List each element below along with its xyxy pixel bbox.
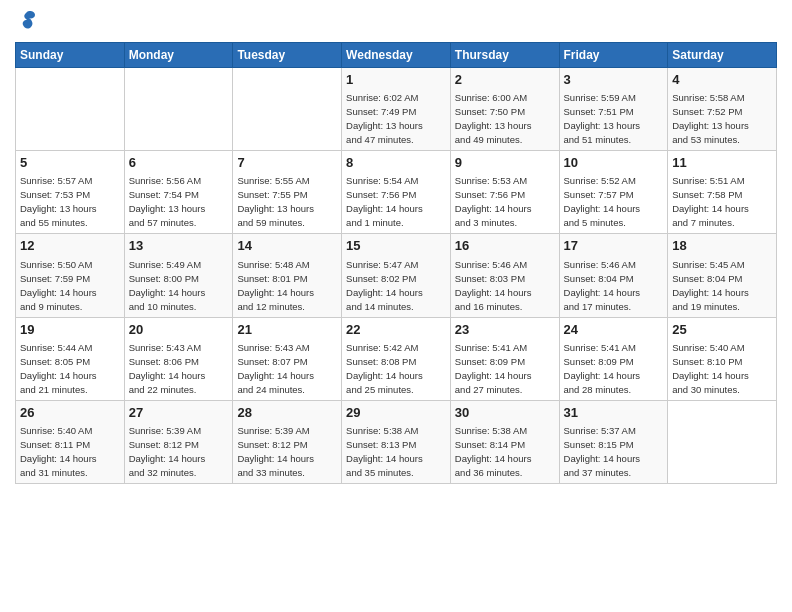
day-number: 16	[455, 237, 555, 255]
day-number: 25	[672, 321, 772, 339]
calendar-day-20: 20Sunrise: 5:43 AM Sunset: 8:06 PM Dayli…	[124, 317, 233, 400]
calendar-day-22: 22Sunrise: 5:42 AM Sunset: 8:08 PM Dayli…	[342, 317, 451, 400]
calendar-header-thursday: Thursday	[450, 43, 559, 68]
calendar-day-13: 13Sunrise: 5:49 AM Sunset: 8:00 PM Dayli…	[124, 234, 233, 317]
day-info: Sunrise: 5:47 AM Sunset: 8:02 PM Dayligh…	[346, 259, 423, 312]
calendar-week-row: 12Sunrise: 5:50 AM Sunset: 7:59 PM Dayli…	[16, 234, 777, 317]
day-number: 7	[237, 154, 337, 172]
day-number: 29	[346, 404, 446, 422]
day-number: 6	[129, 154, 229, 172]
day-number: 2	[455, 71, 555, 89]
day-number: 20	[129, 321, 229, 339]
day-info: Sunrise: 5:56 AM Sunset: 7:54 PM Dayligh…	[129, 175, 206, 228]
day-info: Sunrise: 5:55 AM Sunset: 7:55 PM Dayligh…	[237, 175, 314, 228]
day-number: 10	[564, 154, 664, 172]
calendar-header-tuesday: Tuesday	[233, 43, 342, 68]
day-info: Sunrise: 5:42 AM Sunset: 8:08 PM Dayligh…	[346, 342, 423, 395]
calendar-day-8: 8Sunrise: 5:54 AM Sunset: 7:56 PM Daylig…	[342, 151, 451, 234]
calendar-header-wednesday: Wednesday	[342, 43, 451, 68]
day-number: 22	[346, 321, 446, 339]
day-info: Sunrise: 5:46 AM Sunset: 8:03 PM Dayligh…	[455, 259, 532, 312]
day-info: Sunrise: 5:39 AM Sunset: 8:12 PM Dayligh…	[237, 425, 314, 478]
calendar-day-28: 28Sunrise: 5:39 AM Sunset: 8:12 PM Dayli…	[233, 400, 342, 483]
day-info: Sunrise: 6:00 AM Sunset: 7:50 PM Dayligh…	[455, 92, 532, 145]
calendar-header-monday: Monday	[124, 43, 233, 68]
calendar-week-row: 26Sunrise: 5:40 AM Sunset: 8:11 PM Dayli…	[16, 400, 777, 483]
day-number: 30	[455, 404, 555, 422]
day-info: Sunrise: 5:44 AM Sunset: 8:05 PM Dayligh…	[20, 342, 97, 395]
day-info: Sunrise: 5:53 AM Sunset: 7:56 PM Dayligh…	[455, 175, 532, 228]
calendar-day-1: 1Sunrise: 6:02 AM Sunset: 7:49 PM Daylig…	[342, 68, 451, 151]
calendar-day-25: 25Sunrise: 5:40 AM Sunset: 8:10 PM Dayli…	[668, 317, 777, 400]
calendar-day-29: 29Sunrise: 5:38 AM Sunset: 8:13 PM Dayli…	[342, 400, 451, 483]
day-info: Sunrise: 5:39 AM Sunset: 8:12 PM Dayligh…	[129, 425, 206, 478]
calendar-day-21: 21Sunrise: 5:43 AM Sunset: 8:07 PM Dayli…	[233, 317, 342, 400]
day-number: 24	[564, 321, 664, 339]
day-number: 13	[129, 237, 229, 255]
day-info: Sunrise: 5:50 AM Sunset: 7:59 PM Dayligh…	[20, 259, 97, 312]
day-info: Sunrise: 5:57 AM Sunset: 7:53 PM Dayligh…	[20, 175, 97, 228]
day-number: 23	[455, 321, 555, 339]
calendar-day-15: 15Sunrise: 5:47 AM Sunset: 8:02 PM Dayli…	[342, 234, 451, 317]
calendar-day-30: 30Sunrise: 5:38 AM Sunset: 8:14 PM Dayli…	[450, 400, 559, 483]
day-number: 31	[564, 404, 664, 422]
day-number: 11	[672, 154, 772, 172]
calendar-table: SundayMondayTuesdayWednesdayThursdayFrid…	[15, 42, 777, 484]
day-number: 5	[20, 154, 120, 172]
calendar-day-2: 2Sunrise: 6:00 AM Sunset: 7:50 PM Daylig…	[450, 68, 559, 151]
calendar-day-3: 3Sunrise: 5:59 AM Sunset: 7:51 PM Daylig…	[559, 68, 668, 151]
calendar-header-sunday: Sunday	[16, 43, 125, 68]
calendar-day-24: 24Sunrise: 5:41 AM Sunset: 8:09 PM Dayli…	[559, 317, 668, 400]
calendar-day-23: 23Sunrise: 5:41 AM Sunset: 8:09 PM Dayli…	[450, 317, 559, 400]
day-number: 26	[20, 404, 120, 422]
calendar-week-row: 1Sunrise: 6:02 AM Sunset: 7:49 PM Daylig…	[16, 68, 777, 151]
day-number: 14	[237, 237, 337, 255]
day-info: Sunrise: 5:48 AM Sunset: 8:01 PM Dayligh…	[237, 259, 314, 312]
day-info: Sunrise: 5:49 AM Sunset: 8:00 PM Dayligh…	[129, 259, 206, 312]
day-number: 8	[346, 154, 446, 172]
calendar-day-31: 31Sunrise: 5:37 AM Sunset: 8:15 PM Dayli…	[559, 400, 668, 483]
calendar-day-7: 7Sunrise: 5:55 AM Sunset: 7:55 PM Daylig…	[233, 151, 342, 234]
day-info: Sunrise: 5:58 AM Sunset: 7:52 PM Dayligh…	[672, 92, 749, 145]
day-info: Sunrise: 5:38 AM Sunset: 8:14 PM Dayligh…	[455, 425, 532, 478]
day-number: 21	[237, 321, 337, 339]
day-number: 18	[672, 237, 772, 255]
day-info: Sunrise: 5:59 AM Sunset: 7:51 PM Dayligh…	[564, 92, 641, 145]
day-info: Sunrise: 5:52 AM Sunset: 7:57 PM Dayligh…	[564, 175, 641, 228]
calendar-day-6: 6Sunrise: 5:56 AM Sunset: 7:54 PM Daylig…	[124, 151, 233, 234]
calendar-week-row: 19Sunrise: 5:44 AM Sunset: 8:05 PM Dayli…	[16, 317, 777, 400]
day-number: 19	[20, 321, 120, 339]
day-info: Sunrise: 6:02 AM Sunset: 7:49 PM Dayligh…	[346, 92, 423, 145]
calendar-day-11: 11Sunrise: 5:51 AM Sunset: 7:58 PM Dayli…	[668, 151, 777, 234]
calendar-header-friday: Friday	[559, 43, 668, 68]
calendar-header-row: SundayMondayTuesdayWednesdayThursdayFrid…	[16, 43, 777, 68]
day-info: Sunrise: 5:43 AM Sunset: 8:07 PM Dayligh…	[237, 342, 314, 395]
calendar-week-row: 5Sunrise: 5:57 AM Sunset: 7:53 PM Daylig…	[16, 151, 777, 234]
day-number: 4	[672, 71, 772, 89]
calendar-day-9: 9Sunrise: 5:53 AM Sunset: 7:56 PM Daylig…	[450, 151, 559, 234]
day-info: Sunrise: 5:43 AM Sunset: 8:06 PM Dayligh…	[129, 342, 206, 395]
logo	[15, 10, 37, 34]
calendar-day-14: 14Sunrise: 5:48 AM Sunset: 8:01 PM Dayli…	[233, 234, 342, 317]
day-info: Sunrise: 5:38 AM Sunset: 8:13 PM Dayligh…	[346, 425, 423, 478]
calendar-day-17: 17Sunrise: 5:46 AM Sunset: 8:04 PM Dayli…	[559, 234, 668, 317]
calendar-day-10: 10Sunrise: 5:52 AM Sunset: 7:57 PM Dayli…	[559, 151, 668, 234]
calendar-day-16: 16Sunrise: 5:46 AM Sunset: 8:03 PM Dayli…	[450, 234, 559, 317]
calendar-day-4: 4Sunrise: 5:58 AM Sunset: 7:52 PM Daylig…	[668, 68, 777, 151]
day-number: 9	[455, 154, 555, 172]
day-info: Sunrise: 5:40 AM Sunset: 8:11 PM Dayligh…	[20, 425, 97, 478]
day-number: 1	[346, 71, 446, 89]
calendar-day-5: 5Sunrise: 5:57 AM Sunset: 7:53 PM Daylig…	[16, 151, 125, 234]
calendar-empty-cell	[124, 68, 233, 151]
day-info: Sunrise: 5:40 AM Sunset: 8:10 PM Dayligh…	[672, 342, 749, 395]
page: SundayMondayTuesdayWednesdayThursdayFrid…	[0, 0, 792, 612]
day-number: 27	[129, 404, 229, 422]
day-number: 3	[564, 71, 664, 89]
day-info: Sunrise: 5:51 AM Sunset: 7:58 PM Dayligh…	[672, 175, 749, 228]
calendar-day-19: 19Sunrise: 5:44 AM Sunset: 8:05 PM Dayli…	[16, 317, 125, 400]
calendar-header-saturday: Saturday	[668, 43, 777, 68]
day-info: Sunrise: 5:46 AM Sunset: 8:04 PM Dayligh…	[564, 259, 641, 312]
calendar-day-12: 12Sunrise: 5:50 AM Sunset: 7:59 PM Dayli…	[16, 234, 125, 317]
day-number: 17	[564, 237, 664, 255]
calendar-day-26: 26Sunrise: 5:40 AM Sunset: 8:11 PM Dayli…	[16, 400, 125, 483]
